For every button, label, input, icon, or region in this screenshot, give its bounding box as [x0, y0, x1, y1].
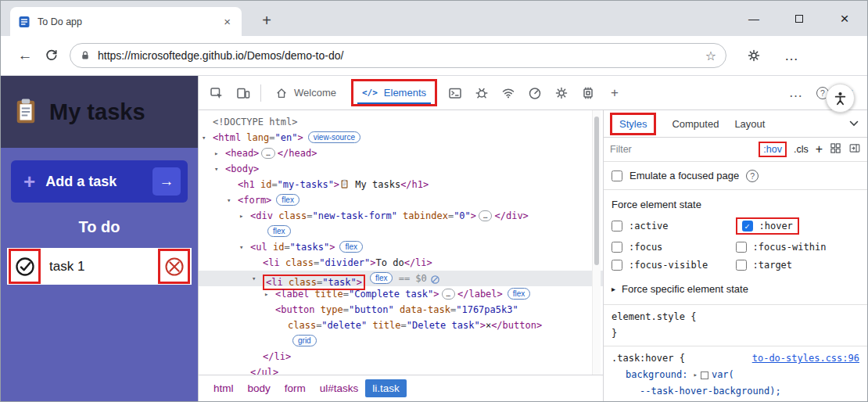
more-tabs-button[interactable]: +: [601, 80, 628, 106]
window-close-button[interactable]: ×: [822, 1, 867, 36]
url-bar[interactable]: https://microsoftedge.github.io/Demos/de…: [70, 43, 726, 68]
breadcrumb-item[interactable]: form: [278, 379, 313, 397]
dom-tree-row[interactable]: grid: [199, 333, 603, 349]
state-checkbox-focus-within[interactable]: [736, 242, 747, 253]
dom-tree-scrollbar[interactable]: [592, 110, 601, 375]
force-specific-state-row[interactable]: ▸ Force specific element state: [604, 280, 867, 305]
back-button[interactable]: ←: [12, 42, 38, 69]
emulate-focused-checkbox[interactable]: [612, 170, 622, 181]
collapse-arrow-icon[interactable]: ▾: [227, 192, 231, 208]
element-style-rule[interactable]: element.style {: [604, 309, 867, 325]
tab-performance[interactable]: [522, 80, 548, 106]
collapse-arrow-icon[interactable]: ▾: [252, 271, 256, 286]
inspect-element-button[interactable]: [203, 80, 230, 106]
minimize-button[interactable]: —: [731, 1, 777, 36]
add-task-button[interactable]: + Add a task →: [11, 160, 188, 203]
dom-tree-row[interactable]: <li class="divider">To do</li>: [199, 255, 603, 271]
tab-debugger[interactable]: [468, 80, 495, 106]
expand-value-icon[interactable]: ▸: [693, 367, 697, 383]
expand-arrow-icon[interactable]: ▸: [264, 286, 268, 302]
adorner-badge-grid[interactable]: grid: [292, 335, 317, 346]
tab-styles[interactable]: Styles: [610, 113, 656, 135]
collapse-arrow-icon[interactable]: ▾: [214, 161, 218, 177]
accessibility-tree-button[interactable]: [826, 84, 855, 113]
color-swatch[interactable]: [701, 371, 708, 379]
dom-tree-row[interactable]: ▾<li class="task">flex == $0: [199, 271, 603, 286]
device-emulation-button[interactable]: [230, 80, 256, 106]
computed-sidebar-toggle-button[interactable]: [848, 142, 861, 156]
dom-tree-row[interactable]: <!DOCTYPE html>: [199, 114, 603, 130]
dom-tree-row[interactable]: ▾<html lang="en">view-source: [199, 130, 603, 145]
expand-ellipsis-button[interactable]: …: [442, 289, 455, 300]
task-row[interactable]: task 1: [7, 248, 192, 285]
new-tab-button[interactable]: +: [256, 9, 278, 31]
adorner-badge-flex[interactable]: flex: [267, 225, 291, 237]
expand-arrow-icon[interactable]: ▸: [239, 208, 243, 224]
toggle-hov-button[interactable]: :hov: [759, 142, 787, 157]
help-icon[interactable]: ?: [746, 170, 759, 182]
tab-network[interactable]: [495, 80, 522, 106]
dom-tree-row[interactable]: ▸<div class="new-task-form" tabindex="0"…: [199, 208, 603, 224]
expand-ellipsis-button[interactable]: …: [261, 148, 274, 159]
breadcrumb-item[interactable]: li.task: [365, 379, 407, 397]
adorner-badge-flex[interactable]: flex: [370, 272, 393, 284]
state-checkbox-focus-visible[interactable]: [612, 260, 622, 271]
scrollbar-thumb[interactable]: [594, 117, 599, 265]
dom-tree-row[interactable]: ▾<body>: [199, 161, 603, 177]
state-checkbox-active[interactable]: [612, 221, 622, 232]
dom-tree-row[interactable]: class="delete" title="Delete task">×</bu…: [199, 318, 603, 333]
chevron-down-icon[interactable]: [848, 119, 859, 128]
tab-console[interactable]: [442, 80, 468, 106]
stylesheet-link[interactable]: to-do-styles.css:96: [752, 350, 859, 367]
adorner-badge-flex[interactable]: flex: [339, 241, 363, 253]
node-badge-icon[interactable]: [427, 272, 440, 288]
background-property-line[interactable]: background: ▸ var(: [604, 367, 867, 383]
browser-essentials-button[interactable]: [741, 42, 767, 69]
collapse-arrow-icon[interactable]: ▾: [202, 130, 206, 145]
tab-elements[interactable]: </> Elements: [351, 79, 437, 106]
complete-task-icon[interactable]: [14, 256, 36, 278]
dom-tree-row[interactable]: <h1 id="my-tasks"> My tasks</h1>: [199, 177, 603, 192]
tab-welcome[interactable]: Welcome: [265, 76, 346, 110]
adorner-badge-view-source[interactable]: view-source: [308, 131, 360, 143]
delete-task-icon[interactable]: [163, 256, 185, 278]
adorner-badge-flex[interactable]: flex: [508, 288, 531, 300]
url-text[interactable]: https://microsoftedge.github.io/Demos/de…: [98, 49, 698, 62]
devtools-menu-button[interactable]: …: [783, 80, 809, 106]
dom-tree-row[interactable]: <button type="button" data-task="1767pa5…: [199, 302, 603, 318]
dom-tree-row[interactable]: ▾<form>flex: [199, 192, 603, 208]
tab-computed[interactable]: Computed: [672, 118, 719, 130]
breadcrumb-item[interactable]: ul#tasks: [313, 379, 366, 397]
refresh-button[interactable]: [38, 42, 65, 69]
submit-arrow-button[interactable]: →: [152, 167, 181, 196]
dom-tree-row[interactable]: </li>: [199, 349, 603, 364]
favorites-star-icon[interactable]: ☆: [705, 48, 716, 63]
rule-selector[interactable]: .task:hover {: [612, 350, 685, 367]
state-checkbox-hover[interactable]: ✓: [742, 221, 753, 232]
css-variable[interactable]: --task-hover-background);: [640, 383, 781, 400]
maximize-button[interactable]: [777, 1, 822, 36]
toggle-cls-button[interactable]: .cls: [794, 144, 809, 155]
expand-ellipsis-button[interactable]: …: [479, 210, 492, 221]
breadcrumb-item[interactable]: body: [241, 379, 278, 397]
new-style-rule-button[interactable]: +: [816, 142, 823, 156]
browser-tab[interactable]: To Do app ×: [10, 7, 242, 36]
dom-tree-row[interactable]: flex: [199, 224, 603, 239]
breadcrumb-item[interactable]: html: [206, 379, 241, 397]
browser-menu-button[interactable]: …: [784, 48, 799, 64]
grid-editor-button[interactable]: [830, 142, 841, 156]
state-checkbox-focus[interactable]: [612, 242, 622, 253]
expand-arrow-icon[interactable]: ▸: [214, 145, 218, 161]
state-checkbox-target[interactable]: [736, 260, 747, 271]
dom-tree-row[interactable]: </ul>: [199, 364, 603, 375]
dom-tree-row[interactable]: ▾<ul id="tasks">flex: [199, 239, 603, 255]
styles-filter-input[interactable]: [610, 144, 665, 155]
tab-close-icon[interactable]: ×: [221, 15, 234, 28]
tab-memory[interactable]: [575, 80, 601, 106]
dom-tree-row[interactable]: ▸<label title="Complete task">…</label>f…: [199, 286, 603, 302]
collapse-arrow-icon[interactable]: ▾: [239, 239, 243, 255]
dom-tree-row[interactable]: ▸<head>…</head>: [199, 145, 603, 161]
tab-application[interactable]: [548, 80, 575, 106]
tab-layout[interactable]: Layout: [734, 118, 765, 130]
adorner-badge-flex[interactable]: flex: [276, 194, 299, 206]
